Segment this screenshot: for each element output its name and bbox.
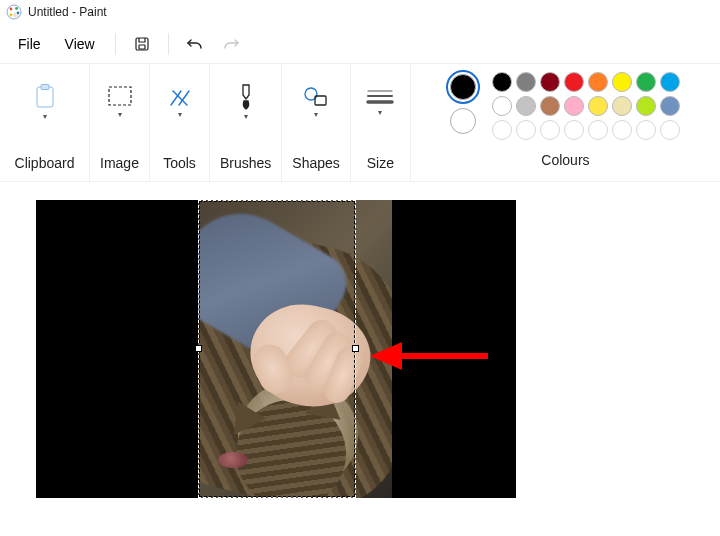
chevron-down-icon: ▾ — [244, 113, 248, 121]
svg-point-3 — [17, 12, 20, 15]
ribbon: ▾ Clipboard ▾ Image ▾ Tools ▾ Brushes ▾ … — [0, 64, 720, 182]
svg-rect-8 — [41, 85, 49, 90]
palette-swatch[interactable] — [492, 72, 512, 92]
photo — [198, 200, 392, 498]
brush-icon — [236, 83, 256, 111]
titlebar: Untitled - Paint — [0, 0, 720, 24]
palette-swatch[interactable] — [612, 72, 632, 92]
palette-swatch[interactable] — [588, 120, 608, 140]
undo-icon — [186, 36, 204, 52]
ribbon-label-size: Size — [367, 155, 394, 171]
size-icon — [366, 87, 394, 107]
palette-swatch[interactable] — [660, 96, 680, 116]
clipboard-icon — [33, 83, 57, 111]
colour-palette — [492, 72, 680, 140]
menu-view[interactable]: View — [53, 28, 107, 60]
undo-button[interactable] — [177, 28, 213, 60]
palette-swatch[interactable] — [612, 96, 632, 116]
window-title: Untitled - Paint — [28, 5, 107, 19]
palette-swatch[interactable] — [516, 96, 536, 116]
ribbon-label-brushes: Brushes — [220, 155, 271, 171]
svg-point-4 — [10, 14, 13, 17]
chevron-down-icon: ▾ — [178, 111, 182, 119]
chevron-down-icon: ▾ — [314, 111, 318, 119]
ribbon-group-tools[interactable]: ▾ Tools — [150, 64, 210, 181]
ribbon-label-colours: Colours — [541, 152, 589, 168]
ribbon-group-clipboard[interactable]: ▾ Clipboard — [0, 64, 90, 181]
palette-swatch[interactable] — [564, 120, 584, 140]
chevron-down-icon: ▾ — [118, 111, 122, 119]
palette-swatch[interactable] — [636, 72, 656, 92]
palette-swatch[interactable] — [516, 120, 536, 140]
ribbon-group-shapes[interactable]: ▾ Shapes — [282, 64, 350, 181]
save-button[interactable] — [124, 28, 160, 60]
palette-swatch[interactable] — [540, 96, 560, 116]
ribbon-group-image[interactable]: ▾ Image — [90, 64, 150, 181]
palette-swatch[interactable] — [660, 72, 680, 92]
redo-button[interactable] — [213, 28, 249, 60]
save-icon — [134, 36, 150, 52]
colour-foreground[interactable] — [450, 74, 476, 100]
tools-icon — [167, 85, 193, 109]
palette-swatch[interactable] — [540, 72, 560, 92]
palette-swatch[interactable] — [636, 96, 656, 116]
palette-swatch[interactable] — [588, 72, 608, 92]
chevron-down-icon: ▾ — [43, 113, 47, 121]
ribbon-group-colours: Colours — [411, 64, 720, 181]
palette-swatch[interactable] — [492, 96, 512, 116]
menu-separator — [168, 33, 169, 55]
ribbon-label-shapes: Shapes — [292, 155, 339, 171]
menu-file[interactable]: File — [6, 28, 53, 60]
svg-rect-5 — [136, 38, 148, 50]
ribbon-group-size[interactable]: ▾ Size — [351, 64, 411, 181]
ribbon-label-tools: Tools — [163, 155, 196, 171]
palette-swatch[interactable] — [588, 96, 608, 116]
palette-swatch[interactable] — [564, 72, 584, 92]
shapes-icon — [302, 85, 330, 109]
redo-icon — [222, 36, 240, 52]
svg-point-1 — [10, 8, 13, 11]
palette-swatch[interactable] — [564, 96, 584, 116]
palette-swatch[interactable] — [660, 120, 680, 140]
svg-rect-9 — [109, 87, 131, 105]
ribbon-group-brushes[interactable]: ▾ Brushes — [210, 64, 282, 181]
workspace — [0, 182, 720, 536]
palette-swatch[interactable] — [516, 72, 536, 92]
palette-swatch[interactable] — [492, 120, 512, 140]
ribbon-label-clipboard: Clipboard — [15, 155, 75, 171]
canvas[interactable] — [36, 200, 516, 498]
colour-background[interactable] — [450, 108, 476, 134]
ribbon-label-image: Image — [100, 155, 139, 171]
palette-swatch[interactable] — [540, 120, 560, 140]
palette-swatch[interactable] — [612, 120, 632, 140]
svg-point-2 — [15, 7, 18, 10]
menu-separator — [115, 33, 116, 55]
paint-app-icon — [6, 4, 22, 20]
svg-rect-6 — [139, 45, 145, 49]
select-icon — [107, 85, 133, 109]
menubar: File View — [0, 24, 720, 64]
palette-swatch[interactable] — [636, 120, 656, 140]
chevron-down-icon: ▾ — [378, 109, 382, 117]
